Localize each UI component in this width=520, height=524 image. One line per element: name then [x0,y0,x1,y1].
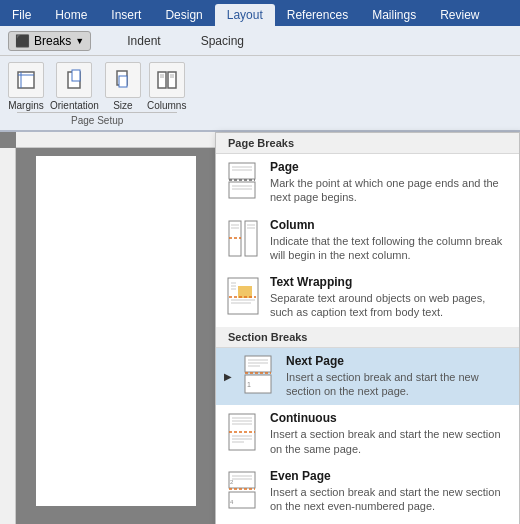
orientation-icon [56,62,92,98]
spacing-label: Spacing [201,34,244,48]
orientation-group[interactable]: Orientation [50,62,99,111]
tab-file[interactable]: File [0,4,43,26]
svg-rect-13 [229,163,255,179]
svg-rect-15 [229,182,255,198]
text-wrapping-item-desc: Separate text around objects on web page… [270,291,511,320]
orientation-label: Orientation [50,100,99,111]
svg-rect-4 [72,70,80,81]
svg-rect-0 [18,72,34,88]
document-area [0,132,215,524]
tab-review[interactable]: Review [428,4,491,26]
menu-item-text-wrapping[interactable]: Text Wrapping Separate text around objec… [216,269,519,327]
breaks-icon: ⬛ [15,34,30,48]
even-page-item-desc: Insert a section break and start the new… [270,485,511,514]
page-break-icon [224,162,262,200]
page-setup-label: Page Setup [17,112,177,126]
even-page-item-text: Even Page Insert a section break and sta… [270,469,511,514]
breaks-dropdown-arrow: ▼ [75,36,84,46]
columns-group[interactable]: Columns [147,62,186,111]
continuous-icon [224,413,262,451]
tab-mailings[interactable]: Mailings [360,4,428,26]
tab-design[interactable]: Design [153,4,214,26]
next-page-icon: 1 [240,356,278,394]
menu-item-continuous[interactable]: Continuous Insert a section break and st… [216,405,519,463]
svg-rect-36 [245,356,271,372]
even-page-item-title: Even Page [270,469,511,483]
columns-icon [149,62,185,98]
size-group[interactable]: Size [105,62,141,111]
page-item-title: Page [270,160,511,174]
indent-label: Indent [127,34,160,48]
column-item-title: Column [270,218,511,232]
text-wrapping-item-text: Text Wrapping Separate text around objec… [270,275,511,320]
ribbon-command-bar: ⬛ Breaks ▼ Indent Spacing [0,26,520,56]
next-page-item-title: Next Page [286,354,511,368]
ribbon-icons-bar: Margins Orientation Size [0,56,520,132]
next-page-item-text: Next Page Insert a section break and sta… [286,354,511,399]
document-page [36,156,196,506]
menu-item-page[interactable]: Page Mark the point at which one page en… [216,154,519,212]
page-item-desc: Mark the point at which one page ends an… [270,176,511,205]
margins-icon [8,62,44,98]
continuous-item-text: Continuous Insert a section break and st… [270,411,511,456]
margins-label: Margins [8,100,44,111]
size-label: Size [113,100,132,111]
column-item-text: Column Indicate that the text following … [270,218,511,263]
svg-rect-6 [119,76,127,87]
next-page-arrow: ▶ [224,371,232,382]
columns-label: Columns [147,100,186,111]
svg-rect-28 [238,286,252,298]
menu-item-even-page[interactable]: 2 4 Even Page Insert a section break and… [216,463,519,521]
menu-item-next-page[interactable]: ▶ 1 Next Page Insert a section break and… [216,348,519,406]
svg-rect-21 [245,221,257,256]
next-page-item-desc: Insert a section break and start the new… [286,370,511,399]
vertical-ruler [0,148,16,524]
continuous-item-title: Continuous [270,411,511,425]
section-breaks-header: Section Breaks [216,327,519,348]
ribbon-tab-bar: File Home Insert Design Layout Reference… [0,0,520,26]
svg-rect-7 [158,72,166,88]
page-item-text: Page Mark the point at which one page en… [270,160,511,205]
text-wrapping-item-title: Text Wrapping [270,275,511,289]
size-icon [105,62,141,98]
main-area: Page Breaks Page Mark the point at which… [0,132,520,524]
svg-rect-8 [168,72,176,88]
even-page-icon: 2 4 [224,471,262,509]
menu-item-column[interactable]: Column Indicate that the text following … [216,212,519,270]
text-wrapping-icon [224,277,262,315]
page-breaks-header: Page Breaks [216,133,519,154]
continuous-item-desc: Insert a section break and start the new… [270,427,511,456]
tab-home[interactable]: Home [43,4,99,26]
tab-layout[interactable]: Layout [215,4,275,26]
tab-insert[interactable]: Insert [99,4,153,26]
breaks-label: Breaks [34,34,71,48]
column-item-desc: Indicate that the text following the col… [270,234,511,263]
tab-references[interactable]: References [275,4,360,26]
breaks-dropdown-menu: Page Breaks Page Mark the point at which… [215,132,520,524]
svg-text:1: 1 [247,381,251,388]
ribbon-right-section: Indent Spacing [127,34,244,48]
column-break-icon [224,220,262,258]
menu-item-odd-page[interactable]: 1 3 Odd Page Insert a section break and … [216,521,519,524]
horizontal-ruler [16,132,215,148]
breaks-button[interactable]: ⬛ Breaks ▼ [8,31,91,51]
margins-group[interactable]: Margins [8,62,44,111]
